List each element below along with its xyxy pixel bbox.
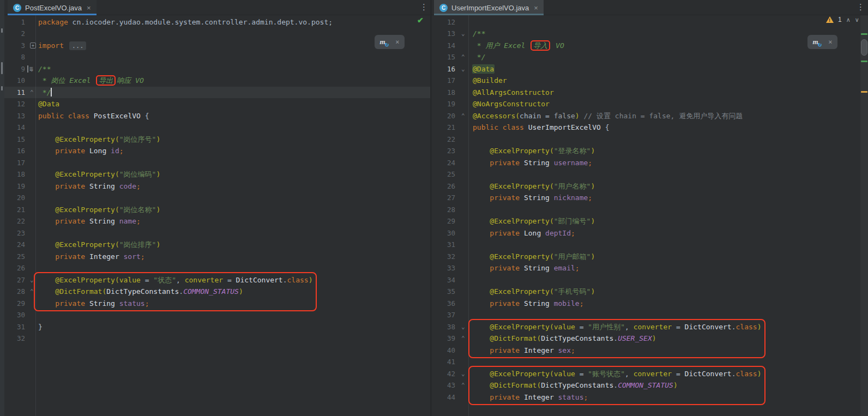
code-line[interactable]: 31 [431,239,868,251]
code-line[interactable]: 22 [431,134,868,146]
line-number[interactable]: 28 [431,204,455,216]
code-line[interactable]: 26 @ExcelProperty("用户名称") [431,180,868,192]
more-options-icon[interactable]: ⋮ [857,2,865,12]
line-number[interactable]: 10 [4,75,25,87]
code-line[interactable]: 18@AllArgsConstructor [431,87,868,99]
line-number[interactable]: 39 [431,333,455,345]
line-number[interactable]: 28 [4,286,25,298]
ai-assistant-widget[interactable]: m↻ × [807,35,837,49]
line-number[interactable]: 20 [431,110,455,122]
code-line[interactable]: 15⌃ */ [431,51,868,63]
line-number[interactable]: 32 [431,251,455,263]
line-number[interactable]: 16 [431,63,455,75]
code-line[interactable]: 13public class PostExcelVO { [4,110,430,122]
line-number[interactable]: 22 [431,134,455,146]
code-line[interactable]: 24 private String username; [431,157,868,169]
code-line[interactable]: 23 [4,227,430,239]
line-number[interactable]: 18 [431,87,455,99]
code-line[interactable]: 30 private Long deptId; [431,227,868,239]
code-line[interactable]: 35 @ExcelProperty("手机号码") [431,286,868,298]
line-number[interactable]: 16 [4,145,25,157]
fold-icon[interactable]: ⌃ [461,333,465,344]
code-line[interactable]: 27 private String nickname; [431,192,868,204]
line-number[interactable]: 37 [431,309,455,321]
line-number[interactable]: 35 [431,286,455,298]
code-line[interactable]: 32 @ExcelProperty("用户邮箱") [431,251,868,263]
inspections-ok-widget[interactable]: ✔ [417,16,424,25]
code-line[interactable]: 25 private Integer sort; [4,251,430,263]
line-number[interactable]: 26 [4,262,25,274]
close-tab-icon[interactable]: × [87,4,91,12]
editor-right[interactable]: 1213⌄/**14 * 用户 Excel 导入 VO15⌃ */16⌄@Dat… [431,15,868,416]
line-number[interactable]: 23 [431,145,455,157]
code-line[interactable]: 3+import ... [4,40,430,52]
code-line[interactable]: 37 [431,309,868,321]
line-number[interactable]: 29 [4,298,25,310]
line-number[interactable]: 31 [431,239,455,251]
line-number[interactable]: 17 [4,157,25,169]
fold-icon[interactable]: ⌄ [30,64,34,75]
line-number[interactable]: 41 [431,356,455,368]
fold-icon[interactable]: + [30,43,36,49]
code-line[interactable]: 15 @ExcelProperty("岗位序号") [4,134,430,146]
code-line[interactable]: 10 * 岗位 Excel 导出响应 VO [4,75,430,87]
line-number[interactable]: 8 [4,51,25,63]
code-line[interactable]: 33 private String email; [431,262,868,274]
line-number[interactable]: 15 [431,51,455,63]
code-line[interactable]: 16⌄@Data [431,63,868,75]
line-number[interactable]: 42 [431,368,455,380]
close-widget-icon[interactable]: × [828,38,832,46]
line-number[interactable]: 26 [431,180,455,192]
line-number[interactable]: 14 [4,122,25,134]
code-line[interactable]: 21 @ExcelProperty("岗位名称") [4,204,430,216]
code-line[interactable]: 44 private Integer status; [431,391,868,403]
code-line[interactable]: 12@Data [4,98,430,110]
tab-userimportexcelvo[interactable]: C UserImportExcelVO.java × [434,0,544,15]
scrollbar-thumb[interactable] [861,39,867,56]
inspections-warning-widget[interactable]: ! 1 ∧ ∨ [826,16,859,23]
code-line[interactable]: 17@Builder [431,75,868,87]
fold-icon[interactable]: ⌄ [461,322,465,333]
code-line[interactable]: 29 @ExcelProperty("部门编号") [431,215,868,227]
line-number[interactable]: 38 [431,321,455,333]
line-number[interactable]: 24 [4,239,25,251]
line-number[interactable]: 22 [4,215,25,227]
line-number[interactable]: 30 [4,309,25,321]
editor-left[interactable]: 1package cn.iocoder.yudao.module.system.… [4,15,430,416]
code-line[interactable]: 16 private Long id; [4,145,430,157]
code-line[interactable]: 20 [4,192,430,204]
line-number[interactable]: 36 [431,298,455,310]
close-widget-icon[interactable]: × [395,38,399,46]
code-line[interactable]: 22 private String name; [4,215,430,227]
code-line[interactable]: 38⌄ @ExcelProperty(value = "用户性别", conve… [431,321,868,333]
code-line[interactable]: 17 [4,157,430,169]
code-line[interactable]: 20⌃@Accessors(chain = false) // 设置 chain… [431,110,868,122]
previous-problem-icon[interactable]: ∧ [846,16,851,23]
line-number[interactable]: 13 [4,110,25,122]
line-number[interactable]: 12 [431,16,455,28]
code-line[interactable]: 9≣⌄/** [4,63,430,75]
code-line[interactable]: 36 private String mobile; [431,298,868,310]
code-line[interactable]: 23 @ExcelProperty("登录名称") [431,145,868,157]
fold-icon[interactable]: ⌄ [461,28,465,39]
code-line[interactable]: 39⌃ @DictFormat(DictTypeConstants.USER_S… [431,333,868,345]
line-number[interactable]: 11 [4,87,25,99]
tool-window-stripe[interactable] [0,0,4,416]
code-line[interactable]: 42⌄ @ExcelProperty(value = "账号状态", conve… [431,368,868,380]
line-number[interactable]: 12 [4,98,25,110]
fold-icon[interactable]: ⌃ [30,87,34,98]
line-number[interactable]: 9 [4,63,25,75]
code-line[interactable]: 2 [4,28,430,40]
line-number[interactable]: 21 [4,204,25,216]
fold-icon[interactable]: ⌄ [461,369,465,379]
line-number[interactable]: 31 [4,321,25,333]
fold-icon[interactable]: ⌃ [461,52,465,63]
line-number[interactable]: 20 [4,192,25,204]
line-number[interactable]: 25 [431,168,455,180]
code-line[interactable]: 32 [4,333,430,345]
ai-assistant-widget[interactable]: m↻ × [375,35,405,49]
code-line[interactable]: 28⌃ @DictFormat(DictTypeConstants.COMMON… [4,286,430,298]
code-line[interactable]: 25 [431,168,868,180]
line-number[interactable]: 1 [4,16,25,28]
tab-postexcelvo[interactable]: C PostExcelVO.java × [8,0,97,15]
